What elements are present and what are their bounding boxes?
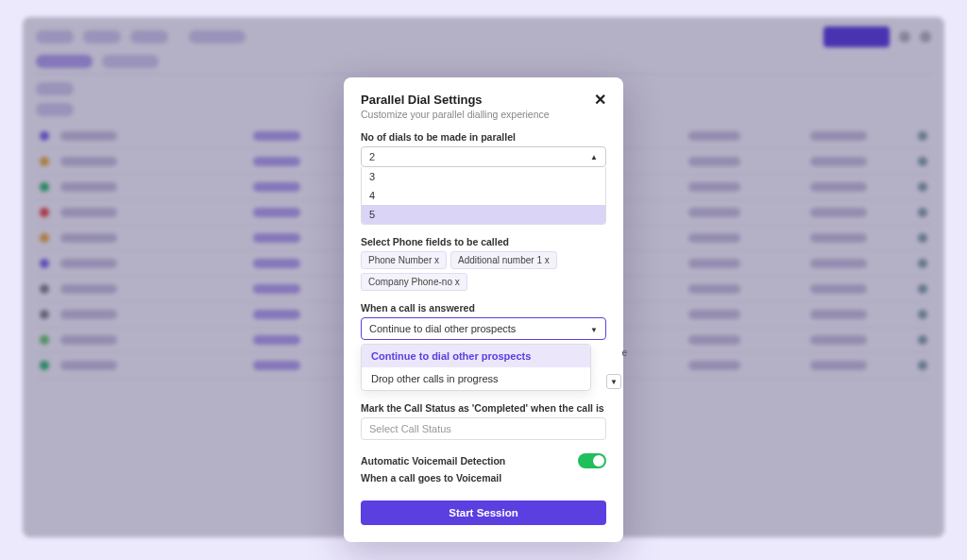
secondary-select-caret[interactable]: [606, 374, 621, 389]
label-phone-fields: Select Phone fields to be called: [361, 236, 606, 247]
call-answered-select[interactable]: Continue to dial other prospects: [361, 317, 606, 340]
phone-fields-chips: Phone Number xAdditional number 1 xCompa…: [361, 251, 606, 291]
label-mark-completed: Mark the Call Status as 'Completed' when…: [361, 402, 606, 414]
parallel-dials-select[interactable]: 2: [361, 146, 606, 167]
call-status-select[interactable]: Select Call Status: [361, 417, 606, 440]
stray-char: e: [621, 348, 627, 358]
parallel-option[interactable]: 5: [362, 205, 605, 224]
start-session-button[interactable]: Start Session: [361, 501, 606, 525]
label-voicemail-goes: When a call goes to Voicemail: [361, 472, 606, 484]
call-answered-dropdown: Continue to dial other prospectsDrop oth…: [361, 344, 591, 391]
phone-field-chip[interactable]: Additional number 1 x: [450, 251, 557, 269]
label-parallel-dials: No of dials to be made in parallel: [361, 131, 606, 143]
parallel-option[interactable]: 3: [362, 167, 605, 186]
label-voicemail-detect: Automatic Voicemail Detection: [361, 455, 505, 467]
close-icon[interactable]: ✕: [594, 93, 606, 108]
modal-title: Parallel Dial Settings: [361, 93, 550, 107]
modal-subtitle: Customize your parallel dialling experie…: [361, 109, 550, 120]
call-answered-option[interactable]: Drop other calls in progress: [362, 367, 590, 390]
voicemail-detection-toggle[interactable]: [578, 453, 606, 468]
phone-field-chip[interactable]: Phone Number x: [361, 251, 447, 269]
parallel-dials-dropdown: 345: [361, 167, 606, 225]
parallel-dials-value: 2: [369, 151, 375, 162]
call-answered-option[interactable]: Continue to dial other prospects: [362, 345, 590, 367]
label-call-answered: When a call is answered: [361, 302, 606, 314]
call-answered-value: Continue to dial other prospects: [369, 323, 516, 334]
phone-field-chip[interactable]: Company Phone-no x: [361, 273, 467, 291]
chevron-down-icon: [590, 323, 598, 334]
parallel-dial-settings-modal: Parallel Dial Settings Customize your pa…: [344, 77, 623, 542]
parallel-option[interactable]: 4: [362, 186, 605, 205]
